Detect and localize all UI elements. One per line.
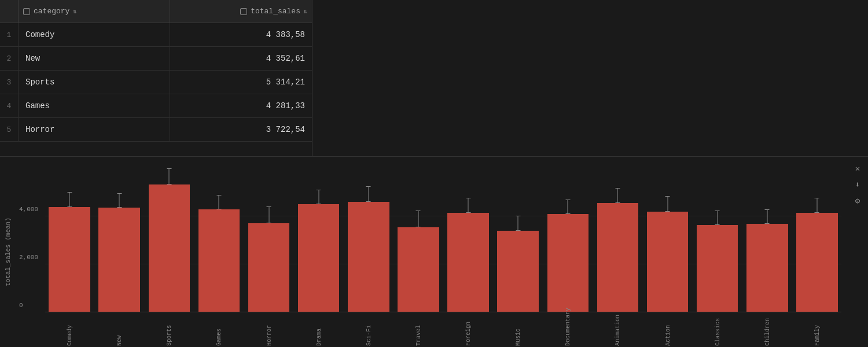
chart-inner: 02,0004,000 Comedy New (45, 168, 841, 312)
error-bar (318, 190, 319, 204)
sales-column-header[interactable]: total_sales ⇅ (170, 0, 312, 23)
error-cap-top (715, 211, 720, 211)
bar[interactable] (497, 231, 539, 312)
error-cap-top (267, 206, 271, 207)
bar-group[interactable]: Games (194, 168, 243, 312)
table-body: 1 Comedy 4 383,58 2 New 4 352,61 3 Sport… (0, 23, 312, 142)
y-tick-label: 4,000 (19, 206, 38, 213)
row-category: Games (19, 94, 170, 117)
error-bar (717, 211, 718, 224)
category-header-label: category (34, 7, 69, 16)
error-cap-top (466, 198, 470, 198)
error-cap-top (216, 195, 221, 195)
bar-group[interactable]: Horror (245, 168, 293, 312)
download-button[interactable]: ⬇ (852, 179, 863, 190)
error-cap-top (67, 192, 72, 193)
error-bar (169, 168, 170, 185)
x-label: Documentary (565, 308, 571, 346)
chart-controls: ✕ ⬇ ⚙ (847, 157, 868, 347)
row-sales: 4 281,33 (170, 101, 312, 110)
bar-group[interactable]: Music (494, 168, 542, 312)
error-cap-top (565, 200, 570, 200)
bar-chart: total_sales (mean) 02,0004,000 Comedy N (0, 156, 868, 347)
bar[interactable] (98, 208, 140, 312)
y-tick-label: 2,000 (19, 254, 38, 261)
row-sales: 4 352,61 (170, 54, 312, 63)
error-cap-top (416, 211, 421, 211)
table-row[interactable]: 5 Horror 3 722,54 (0, 118, 312, 142)
bar[interactable] (298, 204, 340, 312)
x-label: Drama (315, 328, 322, 346)
bar-group[interactable]: Documentary (543, 168, 592, 312)
row-number: 3 (0, 71, 19, 94)
x-label: Games (216, 328, 222, 346)
x-label: Sci-Fi (365, 325, 372, 346)
bar[interactable] (49, 207, 90, 312)
bar-group[interactable]: Sports (145, 168, 193, 312)
error-cap-top (317, 190, 321, 190)
error-bar (816, 198, 817, 213)
bar[interactable] (796, 213, 838, 312)
table-row[interactable]: 3 Sports 5 314,21 (0, 71, 312, 94)
bar-group[interactable]: Comedy (45, 168, 94, 312)
error-bar (269, 206, 269, 223)
bar[interactable] (547, 214, 589, 312)
row-num-header (0, 0, 19, 23)
bar[interactable] (398, 227, 439, 312)
column-icon-sales (240, 8, 247, 15)
bar[interactable] (198, 209, 240, 312)
bar[interactable] (647, 212, 689, 312)
error-cap-top (665, 196, 670, 197)
bar-group[interactable]: Animation (593, 168, 642, 312)
bar-group[interactable]: Family (793, 168, 841, 312)
bar-group[interactable]: Drama (295, 168, 343, 312)
table-row[interactable]: 4 Games 4 281,33 (0, 94, 312, 118)
error-bar (219, 195, 219, 209)
x-label: New (116, 335, 123, 346)
sales-header-label: total_sales (251, 7, 300, 16)
error-bar (767, 209, 767, 224)
error-bar (368, 186, 369, 202)
close-button[interactable]: ✕ (852, 163, 863, 174)
bar[interactable] (697, 225, 738, 312)
bar[interactable] (746, 224, 788, 312)
error-cap-top (615, 188, 620, 189)
bar-group[interactable]: Children (743, 168, 792, 312)
bar-group[interactable]: Foreign (444, 168, 492, 312)
data-table: category ⇅ total_sales ⇅ 1 Comedy 4 383,… (0, 0, 312, 156)
category-column-header[interactable]: category ⇅ (19, 0, 170, 23)
error-cap-top (765, 209, 770, 210)
table-row[interactable]: 1 Comedy 4 383,58 (0, 23, 312, 47)
x-label: Comedy (67, 325, 73, 346)
x-label: Horror (266, 325, 272, 346)
chart-area: 02,0004,000 Comedy New (16, 157, 847, 347)
error-bar (518, 216, 518, 231)
bar[interactable] (149, 184, 190, 312)
y-tick-label: 0 (19, 302, 23, 309)
x-label: Action (664, 325, 671, 346)
bar[interactable] (447, 213, 489, 312)
x-label: Foreign (465, 322, 472, 346)
bar-group[interactable]: Travel (394, 168, 443, 312)
bar[interactable] (348, 202, 389, 312)
bar-group[interactable]: New (95, 168, 144, 312)
table-row[interactable]: 2 New 4 352,61 (0, 47, 312, 71)
settings-button[interactable]: ⚙ (852, 195, 863, 206)
row-category: Horror (19, 118, 170, 141)
row-number: 5 (0, 118, 19, 141)
row-number: 1 (0, 23, 19, 46)
y-axis-label: total_sales (mean) (0, 157, 16, 347)
error-cap-top (167, 168, 171, 169)
bar-group[interactable]: Classics (693, 168, 742, 312)
error-bar (667, 196, 668, 212)
bar[interactable] (597, 203, 639, 312)
bar-group[interactable]: Sci-Fi (344, 168, 393, 312)
bar[interactable] (248, 223, 290, 312)
bar-group[interactable]: Action (643, 168, 692, 312)
error-bar (568, 200, 568, 213)
x-label: Family (814, 325, 820, 346)
row-number: 2 (0, 47, 19, 70)
row-category: Comedy (19, 23, 170, 46)
row-sales: 4 383,58 (170, 30, 312, 39)
bars-container: Comedy New Sports (45, 168, 841, 312)
